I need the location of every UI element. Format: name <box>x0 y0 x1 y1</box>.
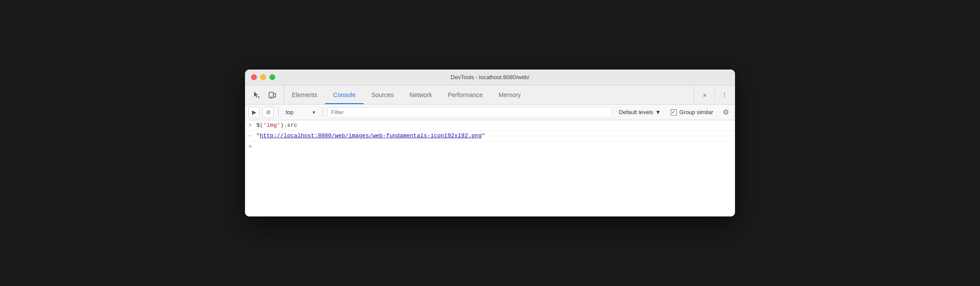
titlebar: DevTools - localhost:8080/web/ <box>245 70 735 85</box>
group-similar-checkbox-group: ✓ Group similar <box>668 109 716 115</box>
window-title: DevTools - localhost:8080/web/ <box>451 74 529 80</box>
console-input-text: $('img').src <box>256 122 732 129</box>
tab-elements[interactable]: Elements <box>284 85 325 104</box>
context-selector[interactable]: top ▼ <box>283 109 318 115</box>
console-entry-output: ← "http://localhost:8080/web/images/web-… <box>245 131 735 141</box>
toolbar-more: » ⋮ <box>694 85 735 104</box>
console-toolbar-divider-1 <box>278 108 279 117</box>
tab-list: Elements Console Sources Network Perform… <box>284 85 694 104</box>
tab-console[interactable]: Console <box>325 85 363 104</box>
minimize-button[interactable] <box>260 74 266 80</box>
console-output-arrow: ← <box>248 133 256 139</box>
clear-console-button[interactable]: ⊘ <box>262 107 274 118</box>
devtools-menu-button[interactable]: ⋮ <box>718 89 731 101</box>
console-prompt-line[interactable]: > <box>245 141 735 152</box>
show-console-sidebar-button[interactable]: ▶ <box>248 107 260 118</box>
console-output-link[interactable]: http://localhost:8080/web/images/web-fun… <box>260 133 482 139</box>
traffic-lights <box>251 74 275 80</box>
console-entry-input: > $('img').src <box>245 120 735 131</box>
console-input-arrow: > <box>248 122 256 129</box>
maximize-button[interactable] <box>270 74 275 80</box>
devtools-window: DevTools - localhost:8080/web/ <box>245 70 735 216</box>
tab-performance[interactable]: Performance <box>440 85 490 104</box>
console-prompt-arrow: > <box>248 143 256 150</box>
console-settings-button[interactable]: ⚙ <box>720 107 732 118</box>
inspect-element-button[interactable] <box>250 89 262 101</box>
svg-rect-0 <box>258 96 259 97</box>
device-toolbar-button[interactable] <box>266 89 278 101</box>
tab-sources[interactable]: Sources <box>364 85 402 104</box>
default-levels-button[interactable]: Default levels ▼ <box>615 108 665 117</box>
filter-input[interactable] <box>327 107 612 118</box>
more-tabs-button[interactable]: » <box>699 89 711 101</box>
close-button[interactable] <box>251 74 257 80</box>
console-output: > $('img').src ← "http://localhost:8080/… <box>245 120 735 216</box>
tab-memory[interactable]: Memory <box>491 85 529 104</box>
group-similar-label: Group similar <box>679 109 713 115</box>
console-toolbar-divider-2 <box>322 108 323 117</box>
main-toolbar: Elements Console Sources Network Perform… <box>245 85 735 105</box>
console-output-text: "http://localhost:8080/web/images/web-fu… <box>256 133 732 139</box>
context-select-input[interactable]: top <box>283 109 318 115</box>
console-toolbar: ▶ ⊘ top ▼ Default levels ▼ ✓ Group simil… <box>245 105 735 120</box>
svg-rect-3 <box>273 94 276 97</box>
group-similar-checkbox[interactable]: ✓ <box>671 109 677 115</box>
svg-rect-1 <box>258 97 259 98</box>
tab-network[interactable]: Network <box>402 85 440 104</box>
toolbar-icons <box>245 85 284 104</box>
toolbar-divider <box>714 90 715 100</box>
